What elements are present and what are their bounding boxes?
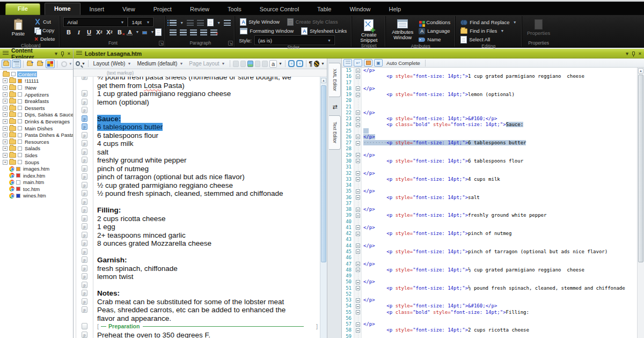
doc-pin-icon[interactable] [632, 52, 635, 55]
p-tag-marker[interactable]: p [82, 223, 87, 230]
code-line[interactable]: 35</p> [342, 188, 637, 194]
panel-dropdown-icon[interactable]: ▾ [55, 51, 57, 56]
fold-gutter[interactable] [354, 104, 362, 110]
tree-item[interactable]: main.htm [0, 179, 73, 186]
code-line[interactable]: 55 <p class="bold" style="font-size: 14p… [342, 310, 637, 315]
p-tag-marker[interactable]: p [82, 132, 87, 138]
fold-gutter[interactable] [354, 110, 362, 116]
analyzer-dropdown[interactable]: ▼ [321, 62, 325, 65]
tree-item[interactable]: +Soups [0, 159, 73, 166]
code-line[interactable]: 46 [342, 255, 637, 261]
fold-gutter[interactable] [354, 158, 362, 164]
document-scrollbar-thumb[interactable] [321, 85, 326, 262]
p-tag-marker[interactable]: p [82, 215, 87, 222]
zoom-icon[interactable] [76, 61, 80, 66]
tree-item[interactable]: +Main Dishes [0, 125, 73, 132]
outline-toggle-icon[interactable] [343, 59, 352, 67]
document-paragraph[interactable]: p [74, 248, 320, 256]
p-tag-marker[interactable]: p [82, 332, 87, 338]
document-paragraph[interactable]: p [74, 106, 320, 115]
code-line[interactable]: 33 <p style="font-size: 14pt;">4 cups mi… [342, 177, 637, 182]
conditions-button[interactable]: Conditions [418, 18, 451, 26]
ribbon-tab-window[interactable]: Window [340, 4, 379, 15]
code-scrollbar-thumb[interactable] [638, 75, 643, 262]
p-tag-marker[interactable]: p [82, 77, 87, 80]
fold-gutter[interactable] [354, 303, 362, 309]
code-line[interactable]: 58 <p style="font-size: 14pt;">2 cups ri… [342, 327, 637, 333]
doc-dropdown-icon[interactable]: ▾ [626, 51, 628, 56]
code-line[interactable]: 43 [342, 237, 637, 243]
zoom-dropdown[interactable]: ▼ [82, 62, 85, 65]
expand-icon[interactable]: + [3, 126, 8, 131]
paragraph-box-button[interactable] [224, 20, 231, 26]
fold-gutter[interactable] [354, 237, 362, 243]
panel-close-icon[interactable]: × [68, 51, 70, 56]
document-paragraph[interactable]: p2 cups ricotta cheese [74, 215, 320, 223]
style-select[interactable]: (as is)▼ [255, 36, 334, 45]
fold-gutter[interactable] [354, 231, 362, 237]
expand-icon[interactable]: + [3, 160, 8, 165]
fold-gutter[interactable] [354, 195, 362, 201]
p-tag-marker[interactable]: p [82, 282, 87, 288]
p-tag-marker[interactable]: p [82, 240, 87, 246]
document-paragraph[interactable]: pfreshly ground white pepper [74, 156, 320, 165]
fold-gutter[interactable] [354, 249, 362, 255]
expand-icon[interactable]: + [3, 119, 8, 124]
code-line[interactable]: 41</p> [342, 225, 637, 231]
font-color-dropdown[interactable]: ▼ [135, 30, 139, 34]
expand-icon[interactable]: + [3, 112, 8, 117]
attributes-window-button[interactable]: Attributes Window [390, 18, 415, 43]
doc-close-icon[interactable]: × [639, 51, 641, 56]
code-scrollbar[interactable]: ▲ [637, 68, 644, 338]
copy-button[interactable]: Copy [33, 26, 56, 34]
paste-button[interactable]: Paste [5, 18, 31, 43]
fold-gutter[interactable] [354, 279, 362, 285]
fold-gutter[interactable] [354, 225, 362, 231]
document-paragraph[interactable]: p2+ teaspoons minced garlic [74, 231, 320, 240]
code-line[interactable]: 48 <p style="font-size: 14pt;">½ cup gra… [342, 267, 637, 273]
fold-gutter[interactable] [354, 291, 362, 297]
document-paragraph[interactable]: pfresh spinach, chiffonade [74, 264, 320, 273]
tree-item[interactable]: +Salads [0, 145, 73, 152]
document-divider-row[interactable]: [Preparation] [74, 322, 320, 331]
font-family-select[interactable]: Arial▼ [64, 18, 127, 26]
subscript-button[interactable]: X2 [105, 28, 114, 36]
document-paragraph[interactable]: p [74, 198, 320, 207]
expand-all-button[interactable] [25, 60, 34, 68]
delete-button[interactable]: ×Delete [33, 35, 56, 43]
show-spans-button[interactable]: ≡ [288, 60, 295, 67]
code-line[interactable]: 15</p> [342, 68, 637, 74]
tree-item[interactable]: wines.htm [0, 193, 73, 200]
font-dialog-icon[interactable] [155, 28, 162, 36]
document-paragraph[interactable]: p [74, 281, 320, 290]
tab-xml-editor[interactable]: XML Editor [329, 63, 341, 97]
decrease-indent-button[interactable] [187, 20, 194, 26]
document-paragraph[interactable]: pSauce: [74, 115, 320, 123]
p-tag-marker[interactable]: p [82, 190, 87, 196]
show-folders-button[interactable] [2, 60, 11, 68]
tree-item[interactable]: images.htm [0, 165, 73, 172]
panel-pin-icon[interactable] [61, 52, 64, 55]
document-scrollbar[interactable]: ▲ [320, 77, 327, 338]
code-line[interactable]: 37 [342, 201, 637, 207]
create-style-class-button[interactable]: Create Style Class [286, 18, 339, 26]
language-button[interactable]: ALanguage [418, 27, 451, 35]
p-tag-marker[interactable] [82, 323, 87, 329]
expand-icon[interactable]: + [3, 139, 8, 144]
document-paragraph[interactable]: p½ pound fresh pasta sheets (homemade or… [74, 77, 320, 90]
p-tag-marker[interactable]: p [82, 99, 87, 105]
find-replace-button[interactable]: Find and Replace▼ [459, 18, 517, 26]
fold-gutter[interactable] [354, 321, 362, 327]
fold-gutter[interactable] [354, 68, 362, 74]
p-tag-marker[interactable]: p [82, 290, 87, 296]
layout-mode-select[interactable]: Layout (Web)▼ [91, 60, 134, 67]
fold-gutter[interactable] [354, 140, 362, 146]
tree-item[interactable]: toc.htm [0, 186, 73, 193]
stylesheet-links-button[interactable]: Stylesheet Links [300, 27, 348, 35]
fold-gutter[interactable] [354, 116, 362, 122]
ribbon-tab-help[interactable]: Help [380, 4, 411, 15]
tree-item[interactable]: +Drinks & Beverages [0, 118, 73, 125]
fold-gutter[interactable] [354, 273, 362, 279]
collapse-all-button[interactable] [35, 60, 45, 68]
ribbon-tab-review[interactable]: Review [181, 4, 218, 15]
